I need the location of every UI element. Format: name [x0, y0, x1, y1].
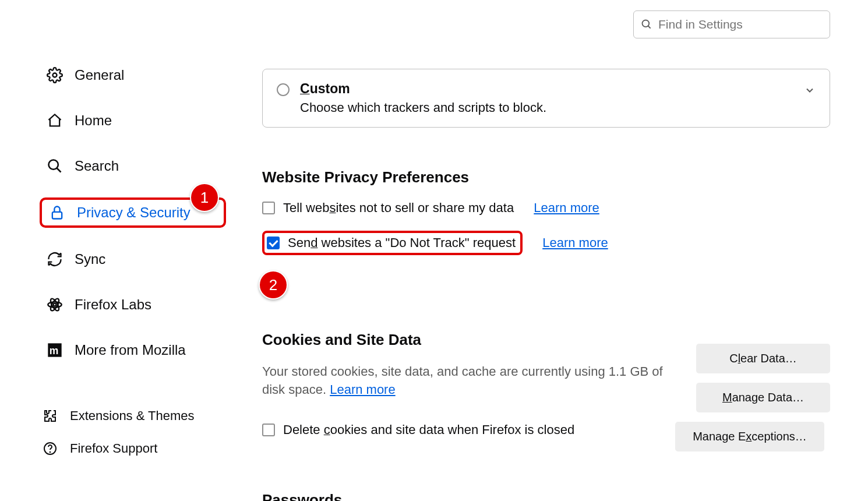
- svg-line-1: [648, 26, 651, 29]
- custom-title: Custom: [300, 81, 793, 97]
- sidebar-label-more: More from Mozilla: [75, 342, 186, 358]
- tell-websites-learn-more[interactable]: Learn more: [534, 200, 599, 216]
- sidebar-item-home[interactable]: Home: [40, 107, 226, 135]
- extensions-link[interactable]: Extensions & Themes: [41, 407, 227, 425]
- passwords-title: Passwords: [262, 491, 830, 501]
- support-link[interactable]: Firefox Support: [41, 439, 227, 458]
- gear-icon: [45, 66, 64, 84]
- settings-search-input[interactable]: [658, 17, 823, 31]
- settings-search[interactable]: [633, 10, 830, 38]
- sidebar-item-labs[interactable]: Firefox Labs: [40, 291, 226, 319]
- sidebar-label-privacy: Privacy & Security: [77, 204, 190, 221]
- svg-point-6: [54, 304, 57, 306]
- extensions-label: Extensions & Themes: [70, 408, 195, 424]
- chevron-down-icon: [804, 84, 816, 96]
- sync-icon: [45, 250, 64, 269]
- dnt-learn-more[interactable]: Learn more: [542, 235, 608, 250]
- cookies-title: Cookies and Site Data: [262, 331, 673, 349]
- svg-line-4: [57, 168, 61, 172]
- callout-badge-2: 2: [259, 270, 288, 299]
- support-label: Firefox Support: [70, 441, 157, 456]
- delete-cookies-row: Delete cookies and site data when Firefo…: [262, 422, 673, 438]
- magnifier-icon: [45, 157, 64, 175]
- cookies-learn-more[interactable]: Learn more: [330, 382, 396, 397]
- svg-point-13: [50, 452, 51, 453]
- manage-data-button[interactable]: Manage Data…: [696, 383, 830, 412]
- puzzle-icon: [41, 407, 59, 425]
- svg-point-3: [49, 160, 58, 170]
- sidebar: General Home Search Privacy & Security S…: [40, 61, 226, 382]
- lock-icon: [48, 203, 66, 222]
- sidebar-label-search: Search: [75, 158, 119, 174]
- sidebar-label-general: General: [75, 67, 124, 83]
- manage-exceptions-button[interactable]: Manage Exceptions…: [675, 422, 824, 451]
- svg-rect-5: [52, 212, 62, 219]
- custom-radio[interactable]: [277, 83, 290, 96]
- tell-websites-row: Tell websites not to sell or share my da…: [262, 200, 830, 216]
- svg-point-2: [53, 73, 57, 77]
- main-content: Custom Choose which trackers and scripts…: [262, 69, 830, 501]
- mozilla-icon: m: [45, 341, 64, 359]
- dnt-row: Send websites a "Do Not Track" request L…: [262, 231, 830, 255]
- sidebar-item-general[interactable]: General: [40, 61, 226, 89]
- bottom-links: Extensions & Themes Firefox Support: [41, 407, 227, 472]
- delete-cookies-label: Delete cookies and site data when Firefo…: [283, 422, 574, 438]
- clear-data-button[interactable]: Clear Data…: [696, 344, 830, 373]
- svg-point-0: [643, 20, 650, 27]
- delete-cookies-checkbox[interactable]: [262, 424, 275, 436]
- sidebar-label-home: Home: [75, 112, 112, 129]
- dnt-checkbox[interactable]: [267, 237, 280, 249]
- custom-tracking-card[interactable]: Custom Choose which trackers and scripts…: [262, 69, 830, 128]
- search-icon: [641, 19, 652, 30]
- cookies-desc: Your stored cookies, site data, and cach…: [262, 363, 673, 399]
- question-icon: [41, 439, 59, 458]
- sidebar-label-sync: Sync: [75, 251, 105, 267]
- custom-desc: Choose which trackers and scripts to blo…: [300, 100, 793, 115]
- home-icon: [45, 111, 64, 130]
- tell-websites-label: Tell websites not to sell or share my da…: [283, 200, 514, 216]
- sidebar-item-search[interactable]: Search: [40, 152, 226, 180]
- website-privacy-title: Website Privacy Preferences: [262, 168, 830, 186]
- tell-websites-checkbox[interactable]: [262, 202, 275, 214]
- callout-badge-1: 1: [190, 183, 219, 212]
- svg-text:m: m: [50, 345, 59, 357]
- sidebar-item-sync[interactable]: Sync: [40, 245, 226, 273]
- sidebar-label-labs: Firefox Labs: [75, 297, 151, 313]
- sidebar-item-more[interactable]: m More from Mozilla: [40, 336, 226, 364]
- labs-icon: [45, 295, 64, 314]
- dnt-highlight: Send websites a "Do Not Track" request: [262, 231, 523, 255]
- dnt-label: Send websites a "Do Not Track" request: [288, 235, 516, 250]
